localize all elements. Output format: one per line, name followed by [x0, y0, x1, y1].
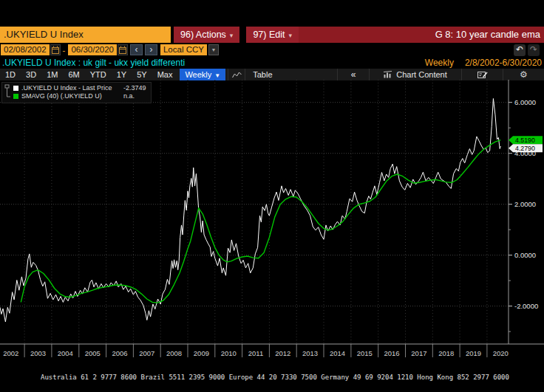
caret-down-icon: ▼	[211, 47, 216, 52]
last-price-line	[0, 99, 500, 323]
collapse-toolbar-button[interactable]: «	[338, 69, 370, 80]
toolbar-spacer	[280, 69, 338, 80]
period-button-1Y[interactable]: 1Y	[112, 69, 132, 80]
terminal-footer: Australia 61 2 9777 8600 Brazil 5511 239…	[0, 361, 544, 392]
date-range-row: 02/08/2002 - 06/30/2020 ‹ › Local CCY ▼ …	[0, 43, 544, 57]
year-label: 2002	[3, 349, 18, 357]
value-tick-label: -2.0000	[514, 302, 538, 310]
legend-rows: .UKYIELD U Index - Last Price-2.3749SMAV…	[13, 84, 146, 100]
frequency-dropdown-label: Weekly	[185, 70, 211, 79]
year-label: 2015	[357, 349, 373, 357]
date-range-dash: -	[61, 46, 68, 55]
annotate-button[interactable]	[462, 69, 503, 80]
chevron-right-icon: ›	[149, 44, 152, 55]
year-label: 2003	[30, 349, 46, 357]
annotate-icon	[477, 71, 488, 79]
year-label: 2008	[166, 349, 182, 357]
bloomberg-terminal-window: .UKYIELD U Index 96) Actions▾ 97) Edit▾ …	[0, 0, 544, 392]
period-button-1M[interactable]: 1M	[41, 69, 63, 80]
year-label: 2014	[330, 349, 345, 357]
year-label: 2013	[302, 349, 318, 357]
actions-button[interactable]: 96) Actions▾	[174, 27, 239, 43]
price-chart[interactable]: 2002200320042005200620072008200920102011…	[0, 80, 544, 360]
price-tag-text: 4.2790	[515, 145, 535, 152]
year-label: 2017	[411, 349, 426, 357]
legend-series-label: .UKYIELD U Index - Last Price	[21, 84, 123, 92]
period-button-6M[interactable]: 6M	[63, 69, 84, 80]
period-button-1D[interactable]: 1D	[0, 69, 21, 80]
period-button-5Y[interactable]: 5Y	[132, 69, 152, 80]
settings-button[interactable]: ⚙	[503, 69, 544, 80]
period-button-YTD[interactable]: YTD	[85, 69, 112, 80]
end-date-field[interactable]: 06/30/2020	[68, 44, 117, 55]
legend-series-label: SMAVG (40) (.UKYIELD U)	[21, 92, 123, 100]
undo-button[interactable]: ↶	[514, 44, 526, 56]
chevron-left-icon: ‹	[135, 44, 137, 55]
chart-type-button[interactable]	[228, 69, 245, 80]
bar-chart-icon	[384, 71, 392, 78]
value-tick-label: 2.0000	[514, 200, 536, 208]
period-button-3D[interactable]: 3D	[21, 69, 41, 80]
frequency-dropdown[interactable]: Weekly▼	[180, 69, 225, 80]
line-chart-icon	[232, 72, 242, 78]
caret-down-icon: ▼	[214, 72, 220, 79]
table-button[interactable]: Table	[245, 69, 279, 80]
window-title: G 8: 10 year candle ema	[299, 27, 544, 43]
chart-toolbar: 1D3D1M6MYTD1Y5YMax Weekly▼ Table « Chart…	[0, 69, 544, 80]
period-button-Max[interactable]: Max	[152, 69, 178, 80]
title-bar: .UKYIELD U Index 96) Actions▾ 97) Edit▾ …	[0, 27, 544, 43]
footer-contact-line-1: Australia 61 2 9777 8600 Brazil 5511 239…	[41, 374, 544, 381]
frequency-label: Weekly	[425, 58, 454, 68]
collapse-icon: «	[351, 69, 356, 80]
period-button-group: 1D3D1M6MYTD1Y5YMax	[0, 69, 177, 80]
next-period-button[interactable]: ›	[145, 44, 157, 55]
calendar-icon	[119, 46, 126, 54]
legend-row-1: SMAVG (40) (.UKYIELD U)n.a.	[13, 92, 146, 100]
legend-row-0: .UKYIELD U Index - Last Price-2.3749	[13, 84, 146, 92]
redo-button[interactable]: ↷	[528, 44, 540, 56]
value-tick-label: 6.0000	[514, 98, 536, 106]
prev-period-button[interactable]: ‹	[130, 44, 143, 55]
edit-button-label: 97) Edit	[253, 30, 285, 40]
currency-select[interactable]: Local CCY	[160, 44, 207, 55]
chart-legend: .UKYIELD U Index - Last Price-2.3749SMAV…	[1, 82, 152, 103]
year-label: 2018	[438, 349, 454, 357]
security-field[interactable]: .UKYIELD U Index	[0, 27, 171, 43]
year-label: 2012	[275, 349, 290, 357]
toolbar-right-group: « Chart Content ⚙	[337, 69, 544, 80]
price-tag-text: 4.5190	[515, 137, 535, 144]
year-label: 2004	[58, 349, 73, 357]
chart-content-button[interactable]: Chart Content	[370, 69, 462, 80]
year-label: 2006	[112, 349, 127, 357]
caret-down-icon: ▾	[230, 32, 234, 39]
redo-icon: ↷	[530, 44, 537, 55]
year-label: 2005	[85, 349, 101, 357]
currency-dropdown-button[interactable]: ▼	[208, 44, 219, 55]
edit-button[interactable]: 97) Edit▾	[246, 27, 299, 43]
year-label: 2016	[384, 349, 400, 357]
legend-pin-icon[interactable]	[4, 84, 11, 100]
undo-icon: ↶	[516, 44, 523, 55]
year-label: 2007	[139, 349, 154, 357]
legend-series-value: -2.3749	[123, 84, 146, 92]
legend-swatch	[13, 94, 18, 99]
chart-area: 2002200320042005200620072008200920102011…	[0, 80, 544, 360]
legend-swatch	[13, 86, 18, 91]
gear-icon: ⚙	[520, 69, 528, 80]
start-date-calendar-button[interactable]	[50, 44, 61, 55]
description-row: .UKYIELD U Index : uk gilt - ukx yield d…	[0, 57, 544, 69]
legend-series-value: n.a.	[123, 92, 135, 100]
year-label: 2020	[493, 349, 509, 357]
date-range-label: 2/8/2002-6/30/2020	[465, 58, 544, 68]
actions-button-label: 96) Actions	[180, 30, 226, 40]
year-label: 2011	[248, 349, 263, 357]
value-tick-label: 0.0000	[514, 251, 536, 259]
calendar-icon	[52, 46, 59, 54]
year-label: 2010	[221, 349, 237, 357]
start-date-field[interactable]: 02/08/2002	[1, 44, 50, 55]
year-label: 2019	[466, 349, 481, 357]
end-date-calendar-button[interactable]	[118, 44, 128, 55]
chart-description: .UKYIELD U Index : uk gilt - ukx yield d…	[0, 58, 185, 68]
titlebar-gap	[239, 27, 246, 43]
chart-content-label: Chart Content	[396, 70, 446, 79]
